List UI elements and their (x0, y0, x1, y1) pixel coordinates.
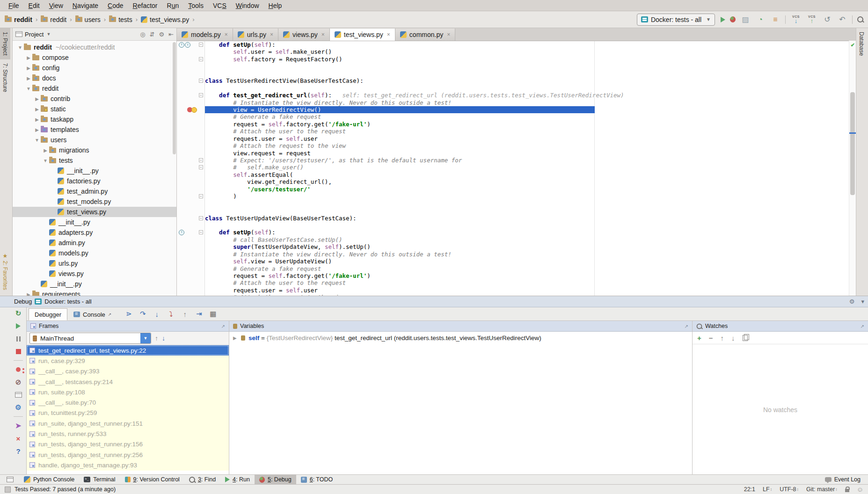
variable-row[interactable]: ▶ self = {TestUserRedirectView} test_get… (229, 332, 692, 344)
code-line[interactable] (177, 222, 856, 229)
rollback-icon[interactable]: ↶ (837, 15, 847, 25)
collapse-arrow-icon[interactable]: ▼ (33, 138, 41, 143)
project-panel-title[interactable]: Project (25, 31, 44, 38)
tab-views-py[interactable]: views.py× (278, 29, 330, 41)
run-dashboard-icon[interactable]: ≡ (770, 15, 780, 25)
expand-arrow-icon[interactable]: ▶ (42, 148, 49, 153)
git-branch-select[interactable]: Git: master↕ (806, 486, 838, 493)
stop-icon[interactable] (16, 349, 21, 354)
run-to-cursor-icon[interactable]: ⇥ (194, 310, 204, 318)
code-line[interactable]: # Attach the user to the request (177, 279, 856, 286)
duplicate-watch-icon[interactable] (743, 335, 748, 341)
vcs-update-icon[interactable]: VCS↓ (790, 15, 802, 24)
tree-item-docs[interactable]: ▶docs (13, 73, 176, 83)
tree-item-urls-py[interactable]: urls.py (13, 258, 176, 269)
tree-item-models-py[interactable]: models.py (13, 248, 176, 258)
toolwindow-button-9-version-control[interactable]: 9: Version Control (120, 475, 184, 485)
code-line[interactable]: − # self.make_user() (177, 164, 856, 171)
expand-arrow-icon[interactable]: ▶ (33, 127, 41, 132)
tree-item-test_views-py[interactable]: test_views.py (13, 207, 176, 217)
hide-icon[interactable]: ▾ (861, 298, 864, 305)
frame-row[interactable]: handle, django_test_manage.py:93 (27, 460, 229, 470)
code-line[interactable]: # Generate a fake request (177, 265, 856, 272)
inspections-ok-icon[interactable]: ✔ (851, 42, 855, 48)
tool-window-switcher-icon[interactable] (7, 477, 14, 482)
code-line[interactable]: view.get_redirect_url(), (177, 178, 856, 185)
toolwindow-button-terminal[interactable]: Terminal (79, 475, 120, 485)
frame-row[interactable]: run_tests, runner.py:533 (27, 429, 229, 439)
menu-edit[interactable]: Edit (24, 2, 44, 9)
frame-row[interactable]: run_tests, django_test_runner.py:156 (27, 439, 229, 450)
frame-up-icon[interactable]: ↑ (155, 334, 158, 342)
move-watch-down-icon[interactable]: ↓ (731, 334, 735, 342)
tool-stripe-7-structure[interactable]: 7: Structure (0, 59, 10, 96)
pin-icon[interactable]: ➤ (15, 421, 22, 430)
tree-item-migrations[interactable]: ▶migrations (13, 145, 176, 155)
overrides-method-icon[interactable]: ↑ (179, 42, 184, 48)
fold-marker-icon[interactable]: − (199, 79, 203, 83)
tree-item-__init__-py[interactable]: __init__.py (13, 166, 176, 176)
menu-vcs[interactable]: VCS (208, 2, 231, 9)
breadcrumb-item[interactable]: test_views.py (141, 16, 189, 23)
close-tab-icon[interactable]: × (447, 31, 450, 38)
evaluate-expression-icon[interactable]: ▦ (208, 310, 218, 318)
show-execution-point-icon[interactable]: ⋗ (124, 310, 133, 318)
breadcrumb-item[interactable]: reddit (5, 16, 32, 23)
menu-view[interactable]: View (44, 2, 68, 9)
float-panel-icon[interactable]: ↗ (685, 324, 688, 329)
toolwindow-button-3-find[interactable]: 3: Find (184, 475, 220, 485)
code-line[interactable]: − # Expect: '/users/testuser/', as that … (177, 157, 856, 164)
caret-position[interactable]: 22:1 (744, 486, 755, 493)
settings-icon[interactable]: ⚙ (159, 31, 164, 38)
tree-item-views-py[interactable]: views.py (13, 269, 176, 279)
help-icon[interactable]: ? (16, 447, 20, 455)
settings-icon[interactable]: ⚙ (15, 403, 21, 412)
tree-item-contrib[interactable]: ▶contrib (13, 94, 176, 104)
menu-tools[interactable]: Tools (183, 2, 208, 9)
project-scrollbar[interactable] (173, 42, 176, 154)
step-over-icon[interactable]: ↷ (138, 310, 147, 318)
frame-row[interactable]: __call__, suite.py:70 (27, 397, 229, 407)
code-line[interactable]: '/users/testuser/' (177, 186, 856, 193)
search-everywhere-icon[interactable] (857, 16, 863, 22)
tree-item-test_models-py[interactable]: test_models.py (13, 196, 176, 207)
code-line[interactable]: # Instantiate the view directly. Never d… (177, 99, 856, 106)
debug-icon[interactable] (730, 16, 736, 22)
tree-item-reddit[interactable]: ▼reddit (13, 83, 176, 94)
mute-breakpoints-icon[interactable]: ⊘ (15, 378, 22, 386)
frame-row[interactable]: __call__, case.py:393 (27, 366, 229, 377)
vcs-commit-icon[interactable]: VCS↑ (806, 15, 817, 24)
tree-item-__init__-py[interactable]: __init__.py (13, 217, 176, 227)
breadcrumb-item[interactable]: reddit (41, 16, 66, 23)
expand-arrow-icon[interactable]: ▶ (25, 55, 32, 60)
move-watch-up-icon[interactable]: ↑ (721, 334, 724, 342)
step-into-my-code-icon[interactable]: ⤵ (166, 310, 175, 318)
menu-code[interactable]: Code (103, 2, 128, 9)
collapse-arrow-icon[interactable]: ▼ (25, 86, 32, 91)
tab-console[interactable]: Console↗ (67, 308, 117, 320)
settings-icon[interactable]: ⚙ (849, 298, 855, 305)
toolwindow-button-6-todo[interactable]: 6: TODO (296, 475, 338, 485)
code-line[interactable] (177, 70, 856, 77)
code-line[interactable]: view.request = request (177, 150, 856, 157)
hector-icon[interactable]: ☺ (857, 486, 863, 493)
remove-watch-icon[interactable]: − (709, 334, 713, 342)
code-line[interactable] (177, 85, 856, 92)
tree-item-static[interactable]: ▶static (13, 104, 176, 114)
collapse-arrow-icon[interactable]: ▼ (16, 45, 24, 50)
menu-help[interactable]: Help (264, 2, 287, 9)
code-line[interactable]: − ) (177, 193, 856, 200)
code-line[interactable]: request = self.factory.get('/fake-url') (177, 272, 856, 279)
frame-down-icon[interactable]: ↓ (162, 334, 165, 342)
code-line[interactable]: # call BaseUserTestCase.setUp() (177, 236, 856, 243)
local-history-icon[interactable]: ↺ (822, 15, 832, 25)
fold-marker-icon[interactable]: − (199, 93, 203, 97)
code-line[interactable]: − def test_get_redirect_url(self): self:… (177, 92, 856, 99)
fold-marker-icon[interactable]: − (199, 230, 203, 234)
expand-arrow-icon[interactable]: ▶ (33, 117, 41, 122)
frame-row[interactable]: run_suite, django_test_runner.py:151 (27, 418, 229, 429)
toolwindow-button-python-console[interactable]: Python Console (19, 475, 79, 485)
expand-arrow-icon[interactable]: ▶ (25, 292, 32, 296)
expand-arrow-icon[interactable]: ▶ (33, 96, 41, 102)
code-line[interactable]: request.user = self.user (177, 135, 856, 142)
